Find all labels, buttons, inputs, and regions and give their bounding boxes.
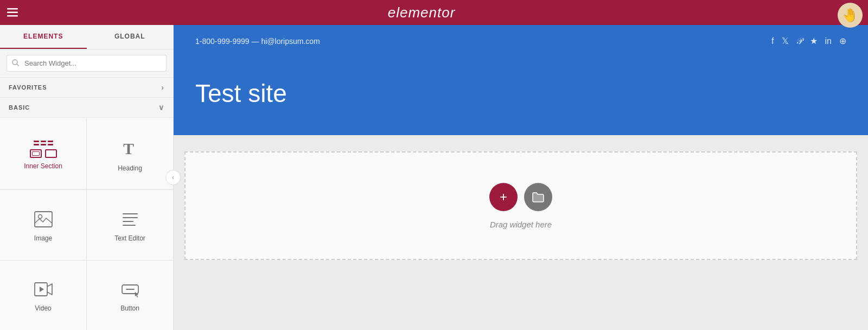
hamburger-menu-button[interactable] <box>0 0 25 25</box>
site-title-bar: Test site <box>174 57 868 135</box>
twitter-icon: 𝕏 <box>782 36 789 46</box>
widget-button-label: Button <box>120 304 139 312</box>
favorites-label: FAVORITES <box>9 84 47 91</box>
elementor-logo: elementor <box>25 4 818 21</box>
widget-button[interactable]: Button <box>87 261 173 330</box>
widget-image[interactable]: Image <box>0 190 86 259</box>
search-icon <box>12 59 19 68</box>
search-input[interactable] <box>7 55 167 72</box>
widget-inner-section[interactable]: Inner Section <box>0 118 86 189</box>
sidebar-tabs: ELEMENTS GLOBAL <box>0 25 173 49</box>
add-widget-button[interactable]: + <box>489 183 518 211</box>
svg-rect-0 <box>7 8 18 10</box>
contact-info: 1-800-999-9999 — hi@loripsum.com <box>195 37 320 46</box>
sidebar: ELEMENTS GLOBAL FAVORITES › BASIC <box>0 25 174 330</box>
search-container <box>0 49 173 78</box>
basic-arrow-icon: ∨ <box>158 103 164 112</box>
tab-global[interactable]: GLOBAL <box>87 25 174 49</box>
drop-zone[interactable]: + Drag widget here <box>184 151 857 260</box>
more-icon: ⊕ <box>839 36 846 46</box>
tab-elements[interactable]: ELEMENTS <box>0 25 87 49</box>
svg-rect-10 <box>35 212 52 227</box>
widget-image-label: Image <box>34 234 52 242</box>
favorites-section-header[interactable]: FAVORITES › <box>0 78 173 98</box>
top-bar: elementor <box>0 0 868 25</box>
inner-section-icon <box>30 141 57 158</box>
yelp-icon: ★ <box>810 36 818 46</box>
widget-heading[interactable]: T Heading <box>87 118 173 189</box>
heading-icon: T <box>121 139 139 160</box>
basic-section-header[interactable]: BASIC ∨ <box>0 98 173 118</box>
svg-rect-1 <box>7 12 18 14</box>
drop-zone-buttons: + <box>489 183 552 211</box>
site-title: Test site <box>195 79 846 108</box>
image-icon <box>34 211 53 230</box>
sidebar-collapse-toggle[interactable]: ‹ <box>165 170 181 185</box>
canvas-area: 1-800-999-9999 — hi@loripsum.com f 𝕏 𝒫 ★… <box>174 25 868 330</box>
widget-text-editor-label: Text Editor <box>114 234 145 242</box>
site-header-bar: 1-800-999-9999 — hi@loripsum.com f 𝕏 𝒫 ★… <box>174 25 868 57</box>
widget-inner-section-label: Inner Section <box>24 162 62 170</box>
svg-line-8 <box>17 64 19 66</box>
button-icon <box>121 281 139 300</box>
linkedin-icon: in <box>825 36 832 46</box>
canvas-content: + Drag widget here <box>174 135 868 330</box>
social-icons: f 𝕏 𝒫 ★ in ⊕ <box>771 36 846 46</box>
widget-video[interactable]: Video <box>0 261 86 330</box>
main-layout: ELEMENTS GLOBAL FAVORITES › BASIC <box>0 25 868 330</box>
video-icon <box>34 281 53 300</box>
drop-zone-text: Drag widget here <box>490 220 552 229</box>
facebook-icon: f <box>771 36 774 46</box>
basic-label: BASIC <box>9 104 30 111</box>
user-avatar[interactable]: 🤚 <box>838 3 863 28</box>
widgets-grid: Inner Section T Heading <box>0 118 173 330</box>
widget-heading-label: Heading <box>118 164 142 172</box>
pinterest-icon: 𝒫 <box>796 36 802 46</box>
svg-text:T: T <box>123 139 134 157</box>
widget-text-editor[interactable]: Text Editor <box>87 190 173 259</box>
favorites-arrow-icon: › <box>161 83 164 92</box>
add-template-button[interactable] <box>524 183 552 211</box>
widget-video-label: Video <box>35 304 51 312</box>
svg-marker-17 <box>40 287 44 292</box>
svg-point-11 <box>38 214 42 218</box>
text-editor-icon <box>121 211 139 230</box>
svg-rect-2 <box>7 15 18 17</box>
